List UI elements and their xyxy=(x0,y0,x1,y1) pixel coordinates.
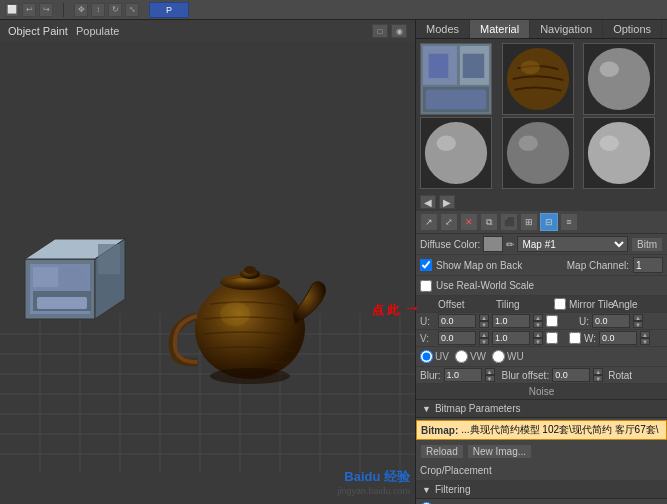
v-angle-down[interactable]: ▼ xyxy=(640,338,650,345)
tab-utilities[interactable]: Utilities xyxy=(662,20,667,38)
blur-up[interactable]: ▲ xyxy=(485,368,495,375)
v-mirror-checkbox[interactable] xyxy=(546,332,558,344)
wu-radio[interactable]: WU xyxy=(492,350,524,363)
new-image-btn[interactable]: New Imag... xyxy=(467,444,532,459)
v-tiling-input[interactable] xyxy=(492,331,530,345)
svg-point-29 xyxy=(244,266,256,274)
tab-material[interactable]: Material xyxy=(470,20,530,38)
blur-offset-up[interactable]: ▲ xyxy=(593,368,603,375)
gray2-thumb-svg xyxy=(421,118,491,188)
svg-rect-22 xyxy=(37,297,87,309)
vp-icon-2[interactable]: ◉ xyxy=(391,24,407,38)
u-angle-label: U: xyxy=(579,316,589,327)
material-thumb-room[interactable] xyxy=(420,43,492,115)
real-world-checkbox[interactable] xyxy=(420,280,432,292)
bitmap-btn[interactable]: Bitm xyxy=(631,237,663,252)
gray3-thumb-svg xyxy=(503,118,573,188)
v-offset-down[interactable]: ▼ xyxy=(479,338,489,345)
tool-del-icon[interactable]: ✕ xyxy=(460,213,478,231)
u-offset-input[interactable] xyxy=(438,314,476,328)
tool-paste-icon[interactable]: ⬛ xyxy=(500,213,518,231)
annotation-arrow: → xyxy=(403,298,421,318)
properties-area: Diffuse Color: ✏ Map #1 Bitm Show Map on… xyxy=(416,234,667,504)
tool-icon-2[interactable]: ↩ xyxy=(22,3,36,17)
v-offset-spinner: ▲ ▼ xyxy=(479,331,489,345)
noise-header[interactable]: Noise xyxy=(416,384,667,400)
top-toolbar: ⬜ ↩ ↪ ✥ ↕ ↻ ⤡ P xyxy=(0,0,667,20)
material-thumb-gray1[interactable] xyxy=(583,43,655,115)
u-tiling-down[interactable]: ▼ xyxy=(533,321,543,328)
v-tiling-down[interactable]: ▼ xyxy=(533,338,543,345)
tool-icon-3[interactable]: ↪ xyxy=(39,3,53,17)
v-angle-up[interactable]: ▲ xyxy=(640,331,650,338)
v-tiling-spinner: ▲ ▼ xyxy=(533,331,543,345)
material-thumb-gray3[interactable] xyxy=(502,117,574,189)
u-mirror-checkbox[interactable] xyxy=(546,315,558,327)
bitmap-path-row: Bitmap: ...典现代简约模型 102套\现代简约 客厅67套\ xyxy=(416,420,667,440)
u-angle-down[interactable]: ▼ xyxy=(633,321,643,328)
object-paint-label: Object Paint xyxy=(8,25,68,37)
blur-offset-down[interactable]: ▼ xyxy=(593,375,603,382)
scroll-left-btn[interactable]: ◀ xyxy=(420,195,436,209)
show-map-checkbox[interactable] xyxy=(420,259,432,271)
svg-point-52 xyxy=(588,122,650,184)
populate-btn[interactable]: Populate xyxy=(76,25,119,37)
filtering-section: Pyramidal Summed Area xyxy=(416,499,667,504)
svg-point-44 xyxy=(600,62,619,78)
u-offset-up[interactable]: ▲ xyxy=(479,314,489,321)
u-angle-input[interactable] xyxy=(592,314,630,328)
tiling-header: Tiling xyxy=(496,299,551,310)
mirror-tile-checkbox[interactable] xyxy=(554,298,566,310)
blur-down[interactable]: ▼ xyxy=(485,375,495,382)
v-offset-input[interactable] xyxy=(438,331,476,345)
eyedropper-icon[interactable]: ✏ xyxy=(506,239,514,250)
vp-icon-1[interactable]: □ xyxy=(372,24,388,38)
rotate-icon[interactable]: ↻ xyxy=(108,3,122,17)
viewport-3d[interactable]: Object Paint Populate □ ◉ xyxy=(0,20,415,504)
tool-move-icon[interactable]: ⤢ xyxy=(440,213,458,231)
u-tiling-input[interactable] xyxy=(492,314,530,328)
mode-tabs: Modes Material Navigation Options Utilit… xyxy=(416,20,667,39)
tool-icon-1[interactable]: ⬜ xyxy=(5,3,19,17)
bitmap-params-header[interactable]: ▼ Bitmap Parameters xyxy=(416,400,667,418)
blur-offset-input[interactable] xyxy=(552,368,590,382)
tool-copy-icon[interactable]: ⧉ xyxy=(480,213,498,231)
uv-radio[interactable]: UV xyxy=(420,350,449,363)
select-icon[interactable]: ✥ xyxy=(74,3,88,17)
blur-input[interactable] xyxy=(444,368,482,382)
tool-list-icon[interactable]: ≡ xyxy=(560,213,578,231)
room-thumbnail-svg xyxy=(421,44,491,114)
color-swatch[interactable] xyxy=(483,236,503,252)
tool-active-icon[interactable]: ⊟ xyxy=(540,213,558,231)
tool-pick-icon[interactable]: ↗ xyxy=(420,213,438,231)
v-tiling-up[interactable]: ▲ xyxy=(533,331,543,338)
show-map-row: Show Map on Back Map Channel: xyxy=(416,255,667,276)
scroll-right-btn[interactable]: ▶ xyxy=(439,195,455,209)
vw-radio[interactable]: VW xyxy=(455,350,486,363)
tab-options[interactable]: Options xyxy=(603,20,662,38)
material-thumb-wood[interactable] xyxy=(502,43,574,115)
tool-grid-icon[interactable]: ⊞ xyxy=(520,213,538,231)
v-offset-up[interactable]: ▲ xyxy=(479,331,489,338)
map-select[interactable]: Map #1 xyxy=(517,236,628,252)
tab-navigation[interactable]: Navigation xyxy=(530,20,603,38)
u-offset-down[interactable]: ▼ xyxy=(479,321,489,328)
blur-row: Blur: ▲ ▼ Blur offset: ▲ ▼ Rotat xyxy=(416,367,667,384)
filtering-header[interactable]: ▼ Filtering xyxy=(416,481,667,499)
scale-icon[interactable]: ⤡ xyxy=(125,3,139,17)
map-channel-input[interactable] xyxy=(633,257,663,273)
v-mirror2-checkbox[interactable] xyxy=(569,332,581,344)
blur-spinner: ▲ ▼ xyxy=(485,368,495,382)
material-thumb-gray4[interactable] xyxy=(583,117,655,189)
v-angle-input[interactable] xyxy=(599,331,637,345)
u-tiling-up[interactable]: ▲ xyxy=(533,314,543,321)
material-thumb-gray2[interactable] xyxy=(420,117,492,189)
bitmap-params-label: Bitmap Parameters xyxy=(435,403,521,414)
viewport-selector[interactable]: P xyxy=(149,2,189,18)
move-icon[interactable]: ↕ xyxy=(91,3,105,17)
reload-btn[interactable]: Reload xyxy=(420,444,464,459)
u-angle-up[interactable]: ▲ xyxy=(633,314,643,321)
mirror-label: Mirror Tile xyxy=(569,299,609,310)
svg-point-31 xyxy=(220,302,250,326)
tab-modes[interactable]: Modes xyxy=(416,20,470,38)
